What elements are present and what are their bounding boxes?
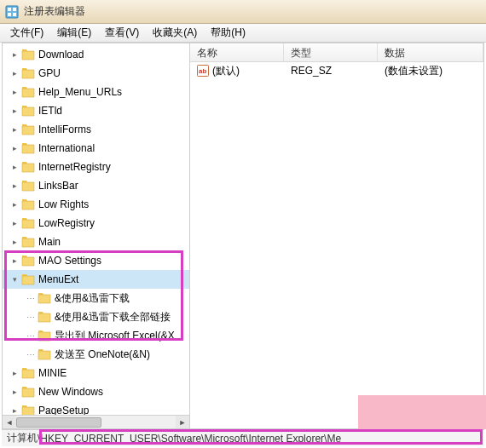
tree-item[interactable]: ▸IETld <box>3 101 189 120</box>
tree-connector: ⋯ <box>26 331 34 341</box>
expand-icon[interactable]: ▸ <box>9 199 20 210</box>
folder-icon <box>21 161 35 173</box>
tree-item[interactable]: ⋯发送至 OneNote(&N) <box>3 345 189 364</box>
value-type: REG_SZ <box>284 65 378 77</box>
tree-item[interactable]: ▸MAO Settings <box>3 251 189 270</box>
tree-item[interactable]: ▸Help_Menu_URLs <box>3 83 189 101</box>
menu-help[interactable]: 帮助(H) <box>204 24 252 42</box>
tree-item[interactable]: ▸Download <box>3 45 189 64</box>
tree-item-label: IETld <box>38 105 62 117</box>
svg-text:ab: ab <box>199 67 206 75</box>
tree-item-label: MAO Settings <box>38 255 101 267</box>
scroll-left-arrow[interactable]: ◄ <box>3 416 16 428</box>
folder-icon <box>21 386 35 398</box>
string-value-icon: ab <box>197 65 209 77</box>
tree-item[interactable]: ▸LinksBar <box>3 176 189 195</box>
expand-icon[interactable]: ▸ <box>9 87 20 97</box>
folder-icon <box>38 311 51 323</box>
tree-item-label: MINIE <box>38 367 67 379</box>
window-title: 注册表编辑器 <box>24 4 85 19</box>
tree-connector: ⋯ <box>26 313 34 322</box>
registry-tree[interactable]: ▸Download▸GPU▸Help_Menu_URLs▸IETld▸Intel… <box>3 43 190 428</box>
tree-item[interactable]: ▸Main <box>3 233 189 251</box>
menubar: 文件(F) 编辑(E) 查看(V) 收藏夹(A) 帮助(H) <box>0 24 486 43</box>
tree-connector: ⋯ <box>26 350 34 359</box>
svg-rect-2 <box>13 8 16 11</box>
tree-horizontal-scrollbar[interactable]: ◄ ► <box>3 415 189 428</box>
tree-item[interactable]: ▾MenuExt <box>3 270 189 289</box>
folder-icon <box>21 273 35 285</box>
expand-icon[interactable]: ▸ <box>9 143 20 153</box>
values-listview[interactable]: 名称 类型 数据 ab (默认) REG_SZ (数值未设置) <box>190 43 483 428</box>
folder-icon <box>21 180 35 192</box>
folder-icon <box>21 142 35 154</box>
menu-edit[interactable]: 编辑(E) <box>50 24 98 42</box>
tree-item-label: 导出到 Microsoft Excel(&X <box>55 329 175 343</box>
folder-icon <box>21 105 35 117</box>
expand-icon[interactable]: ▸ <box>9 218 20 228</box>
value-data: (数值未设置) <box>378 64 483 78</box>
tree-item[interactable]: ▸MINIE <box>3 364 189 382</box>
tree-item-label: Low Rights <box>38 198 89 210</box>
tree-item-label: Download <box>38 49 84 60</box>
tree-item-label: GPU <box>38 67 61 79</box>
expand-icon[interactable]: ▸ <box>9 68 20 78</box>
list-header: 名称 类型 数据 <box>190 43 483 62</box>
folder-icon <box>21 367 35 379</box>
tree-item-label: &使用&迅雷下载 <box>55 291 130 306</box>
folder-icon <box>21 255 35 267</box>
expand-icon[interactable]: ▸ <box>9 256 20 266</box>
tree-connector: ⋯ <box>26 294 34 303</box>
expand-icon[interactable]: ▸ <box>9 106 20 116</box>
folder-icon <box>21 86 35 98</box>
expand-icon[interactable]: ▸ <box>9 49 20 60</box>
folder-icon <box>38 330 51 342</box>
menu-file[interactable]: 文件(F) <box>3 24 50 42</box>
tree-item[interactable]: ⋯&使用&迅雷下载 <box>3 289 189 307</box>
column-header-data[interactable]: 数据 <box>378 43 483 61</box>
tree-item[interactable]: ▸LowRegistry <box>3 214 189 233</box>
annotation-pink-block <box>358 395 486 429</box>
folder-icon <box>21 217 35 229</box>
folder-icon <box>21 236 35 248</box>
tree-item-label: LowRegistry <box>38 217 95 229</box>
tree-item-label: Help_Menu_URLs <box>38 86 122 98</box>
tree-item[interactable]: ▸InternetRegistry <box>3 158 189 176</box>
tree-item-label: International <box>38 142 95 154</box>
menu-view[interactable]: 查看(V) <box>98 24 146 42</box>
expand-icon[interactable]: ▸ <box>9 368 20 378</box>
folder-icon <box>21 123 35 135</box>
folder-icon <box>38 348 51 360</box>
tree-item[interactable]: ▸New Windows <box>3 382 189 401</box>
value-name: (默认) <box>212 64 240 78</box>
folder-icon <box>21 198 35 210</box>
statusbar-path: \HKEY_CURRENT_USER\Software\Microsoft\In… <box>38 433 341 445</box>
expand-icon[interactable]: ▸ <box>9 237 20 247</box>
tree-item[interactable]: ⋯导出到 Microsoft Excel(&X <box>3 326 189 345</box>
column-header-type[interactable]: 类型 <box>284 43 378 61</box>
folder-icon <box>21 67 35 79</box>
tree-item[interactable]: ▸International <box>3 139 189 158</box>
statusbar-prefix: 计算机 <box>7 431 38 445</box>
titlebar: 注册表编辑器 <box>0 0 486 24</box>
tree-item[interactable]: ⋯&使用&迅雷下载全部链接 <box>3 307 189 326</box>
tree-item-label: &使用&迅雷下载全部链接 <box>55 310 171 325</box>
column-header-name[interactable]: 名称 <box>190 43 284 61</box>
menu-favorites[interactable]: 收藏夹(A) <box>146 24 204 42</box>
expand-icon[interactable]: ▸ <box>9 124 20 135</box>
svg-rect-1 <box>8 8 11 11</box>
expand-icon[interactable]: ▸ <box>9 162 20 172</box>
tree-item[interactable]: ▸IntelliForms <box>3 120 189 139</box>
scrollbar-thumb[interactable] <box>16 417 101 428</box>
tree-item-label: 发送至 OneNote(&N) <box>55 347 150 362</box>
collapse-icon[interactable]: ▾ <box>9 274 20 284</box>
tree-item-label: Main <box>38 236 61 248</box>
expand-icon[interactable]: ▸ <box>9 387 20 397</box>
tree-item[interactable]: ▸GPU <box>3 64 189 83</box>
svg-rect-3 <box>8 13 11 16</box>
scroll-right-arrow[interactable]: ► <box>176 416 189 428</box>
tree-item[interactable]: ▸Low Rights <box>3 195 189 214</box>
list-row[interactable]: ab (默认) REG_SZ (数值未设置) <box>190 62 483 79</box>
tree-item-label: LinksBar <box>38 180 78 192</box>
expand-icon[interactable]: ▸ <box>9 181 20 191</box>
